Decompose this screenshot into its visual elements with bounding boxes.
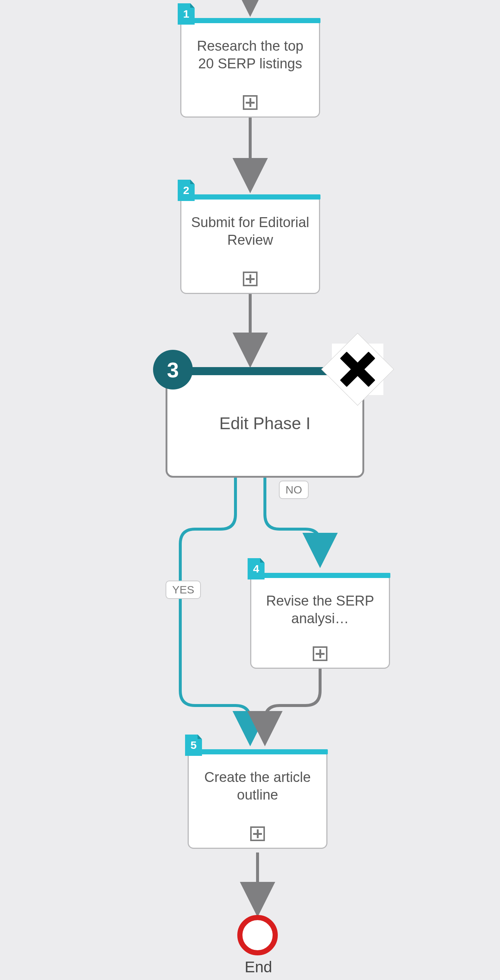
edge-label-no: NO <box>279 480 309 499</box>
step-badge-1: 1 <box>178 3 195 25</box>
task-title: Submit for Editorial Review <box>181 213 319 249</box>
expand-icon[interactable] <box>313 646 327 661</box>
gateway-icon <box>332 344 383 395</box>
end-label: End <box>244 958 272 976</box>
edge-label-yes: YES <box>166 581 201 599</box>
expand-icon[interactable] <box>243 95 257 110</box>
expand-icon[interactable] <box>250 826 265 841</box>
step-badge-5: 5 <box>185 735 202 756</box>
step-badge-3: 3 <box>153 350 193 390</box>
decision-title: Edit Phase I <box>168 414 363 433</box>
step-number: 4 <box>253 563 259 575</box>
task-title: Revise the SERP analysi… <box>251 592 389 627</box>
node-topbar <box>180 18 321 23</box>
task-title: Create the article outline <box>189 768 326 803</box>
task-node-2[interactable]: 2 Submit for Editorial Review <box>180 195 320 294</box>
task-title: Research the top 20 SERP listings <box>181 37 319 72</box>
task-node-4[interactable]: 4 Revise the SERP analysi… <box>250 573 390 669</box>
step-number: 5 <box>190 739 197 751</box>
step-badge-4: 4 <box>248 558 265 579</box>
end-node[interactable] <box>237 915 278 955</box>
step-number: 2 <box>183 184 190 197</box>
workflow-canvas: 1 Research the top 20 SERP listings 2 Su… <box>0 0 500 980</box>
step-number: 1 <box>183 8 190 20</box>
expand-icon[interactable] <box>243 272 257 286</box>
step-number: 3 <box>167 358 179 382</box>
task-node-1[interactable]: 1 Research the top 20 SERP listings <box>180 18 320 118</box>
x-icon <box>332 344 383 395</box>
task-node-5[interactable]: 5 Create the article outline <box>188 749 327 849</box>
node-topbar <box>187 749 328 754</box>
node-topbar <box>250 573 390 578</box>
step-badge-2: 2 <box>178 180 195 201</box>
node-topbar <box>180 194 321 199</box>
